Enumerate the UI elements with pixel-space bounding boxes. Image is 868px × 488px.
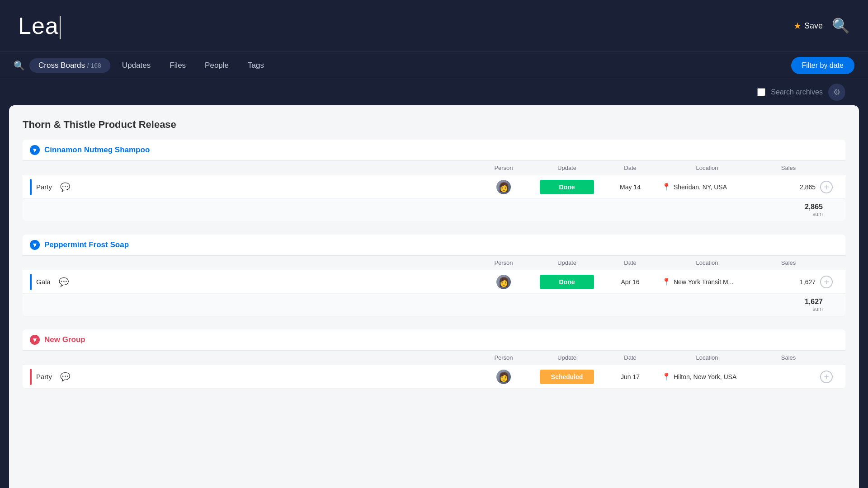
col-header-sales-3: Sales <box>757 354 820 361</box>
person-cell-3: 👩 <box>476 369 531 385</box>
sum-block-1: 2,865 sum <box>805 203 823 217</box>
location-cell-3: 📍 Hilton, New York, USA <box>657 372 757 381</box>
sales-cell-2: 1,627 <box>757 278 820 286</box>
tab-updates[interactable]: Updates <box>115 58 158 73</box>
nav-bar: 🔍 Cross Boards / 168 Updates Files Peopl… <box>0 52 868 79</box>
status-cell-2[interactable]: Done <box>531 275 603 289</box>
nav-right: Filter by date <box>791 57 854 74</box>
task-name-party-3: Party <box>36 373 52 380</box>
nav-search-icon[interactable]: 🔍 <box>14 60 25 71</box>
col-header-person-2: Person <box>476 259 531 266</box>
col-header-sales-1: Sales <box>757 164 820 171</box>
sum-value-2: 1,627 <box>805 298 823 306</box>
location-cell-1: 📍 Sheridan, NY, USA <box>657 183 757 191</box>
star-icon: ★ <box>793 20 802 31</box>
col-header-add-2 <box>820 259 838 266</box>
col-header-person-1: Person <box>476 164 531 171</box>
task-row-party-1: Party 💬 👩 Done May 14 📍 Sheridan, NY, US… <box>23 175 845 199</box>
row-color-bar-1 <box>30 179 32 195</box>
tab-cross-boards[interactable]: Cross Boards / 168 <box>29 58 110 73</box>
gear-icon: ⚙ <box>833 87 840 97</box>
col-header-sales-2: Sales <box>757 259 820 266</box>
task-row-party-3: Party 💬 👩 Scheduled Jun 17 📍 Hilton, New… <box>23 365 845 389</box>
status-badge-done-2[interactable]: Done <box>540 275 594 289</box>
filter-by-date-button[interactable]: Filter by date <box>791 57 854 74</box>
task-row-gala: Gala 💬 👩 Done Apr 16 📍 New York Transit … <box>23 270 845 294</box>
location-pin-2: 📍 <box>662 277 671 286</box>
location-cell-2: 📍 New York Transit M... <box>657 277 757 286</box>
board-title: Thorn & Thistle Product Release <box>23 119 845 131</box>
avatar-1: 👩 <box>495 179 512 195</box>
save-button[interactable]: ★ Save <box>793 20 823 31</box>
date-cell-2: Apr 16 <box>603 278 657 286</box>
top-bar: Lea ★ Save 🔍 <box>0 0 868 52</box>
task-name-cell-3: Party 💬 <box>30 369 476 385</box>
avatar-2: 👩 <box>495 274 512 290</box>
settings-button[interactable]: ⚙ <box>828 84 845 101</box>
tab-files[interactable]: Files <box>162 58 193 73</box>
group-new: ▼ New Group Person Update Date Location … <box>23 329 845 389</box>
group-name-cinnamon[interactable]: Cinnamon Nutmeg Shampoo <box>44 145 150 155</box>
group-toggle-peppermint[interactable]: ▼ <box>30 240 40 250</box>
sum-block-2: 1,627 sum <box>805 298 823 312</box>
col-header-task <box>30 164 476 171</box>
row-color-bar-2 <box>30 274 32 290</box>
col-headers-group2: Person Update Date Location Sales <box>23 255 845 270</box>
group-toggle-cinnamon[interactable]: ▼ <box>30 145 40 155</box>
group-header-peppermint: ▼ Peppermint Frost Soap <box>23 235 845 255</box>
top-bar-right: ★ Save 🔍 <box>793 17 850 34</box>
col-header-task-3 <box>30 354 476 361</box>
col-header-date-2: Date <box>603 259 657 266</box>
task-name-cell-1: Party 💬 <box>30 179 476 195</box>
col-header-date-3: Date <box>603 354 657 361</box>
group-header-new: ▼ New Group <box>23 329 845 350</box>
col-header-add-3 <box>820 354 838 361</box>
search-archives-checkbox[interactable] <box>757 88 765 96</box>
col-header-update-3: Update <box>531 354 603 361</box>
add-column-button-1[interactable]: + <box>820 181 833 193</box>
sum-value-1: 2,865 <box>805 203 823 211</box>
date-cell-3: Jun 17 <box>603 373 657 380</box>
col-header-location-3: Location <box>657 354 757 361</box>
col-header-add-1 <box>820 164 838 171</box>
col-headers-group1: Person Update Date Location Sales <box>23 160 845 175</box>
sales-cell-1: 2,865 <box>757 183 820 191</box>
search-archives-row: Search archives ⚙ <box>0 79 868 105</box>
task-name-gala: Gala <box>36 278 51 286</box>
status-cell-3[interactable]: Scheduled <box>531 370 603 384</box>
sum-row-2: 1,627 sum <box>23 294 845 316</box>
sum-row-1: 2,865 sum <box>23 199 845 221</box>
comment-icon-1[interactable]: 💬 <box>60 182 70 192</box>
search-archives-label: Search archives <box>771 88 823 96</box>
add-column-button-2[interactable]: + <box>820 276 833 288</box>
location-pin-3: 📍 <box>662 372 671 381</box>
add-column-button-3[interactable]: + <box>820 371 833 383</box>
sum-label-2: sum <box>805 306 823 312</box>
tab-tags[interactable]: Tags <box>241 58 271 73</box>
col-header-date-1: Date <box>603 164 657 171</box>
group-cinnamon: ▼ Cinnamon Nutmeg Shampoo Person Update … <box>23 140 845 221</box>
col-header-task-2 <box>30 259 476 266</box>
task-name-cell-2: Gala 💬 <box>30 274 476 290</box>
col-header-update-2: Update <box>531 259 603 266</box>
person-cell-1: 👩 <box>476 179 531 195</box>
group-name-peppermint[interactable]: Peppermint Frost Soap <box>44 240 129 249</box>
location-pin-1: 📍 <box>662 183 671 191</box>
comment-icon-3[interactable]: 💬 <box>60 372 70 382</box>
app-title: Lea <box>18 12 61 39</box>
col-header-location-2: Location <box>657 259 757 266</box>
status-badge-scheduled-3[interactable]: Scheduled <box>540 370 594 384</box>
col-header-person-3: Person <box>476 354 531 361</box>
status-badge-done-1[interactable]: Done <box>540 180 594 194</box>
col-header-location-1: Location <box>657 164 757 171</box>
avatar-3: 👩 <box>495 369 512 385</box>
group-toggle-new[interactable]: ▼ <box>30 335 40 345</box>
status-cell-1[interactable]: Done <box>531 180 603 194</box>
person-cell-2: 👩 <box>476 274 531 290</box>
tab-people[interactable]: People <box>198 58 236 73</box>
group-name-new[interactable]: New Group <box>44 335 85 344</box>
col-headers-group3: Person Update Date Location Sales <box>23 350 845 365</box>
search-icon[interactable]: 🔍 <box>832 17 850 34</box>
group-peppermint: ▼ Peppermint Frost Soap Person Update Da… <box>23 235 845 316</box>
comment-icon-2[interactable]: 💬 <box>59 277 69 287</box>
